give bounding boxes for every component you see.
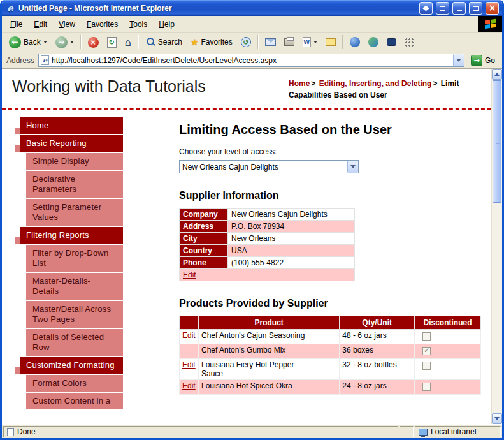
sidebar-item-basic-reporting[interactable]: Basic Reporting xyxy=(20,135,123,152)
product-edit-link[interactable]: Edit xyxy=(182,381,196,390)
chevron-down-icon xyxy=(350,165,356,168)
select-arrow-button[interactable] xyxy=(347,161,358,173)
minimize-button[interactable] xyxy=(452,2,466,15)
close-button[interactable]: × xyxy=(486,2,499,15)
favorites-icon: ★ xyxy=(191,37,199,47)
supplier-value: New Orleans Cajun Delights xyxy=(228,209,355,221)
grid-button[interactable] xyxy=(401,36,417,48)
stop-button[interactable]: × xyxy=(84,35,103,50)
mail-button[interactable] xyxy=(261,36,280,48)
product-qty: 24 - 8 oz jars xyxy=(342,381,386,390)
sidebar-item-custom-content[interactable]: Custom Content in a xyxy=(26,393,123,409)
breadcrumb-separator: > xyxy=(431,79,438,88)
menu-favorites[interactable]: Favorites xyxy=(81,18,124,31)
maximize-icon xyxy=(473,6,479,11)
sidebar-item-filter-by-drop-down-list[interactable]: Filter by Drop-Down List xyxy=(26,245,123,272)
edit-column-header xyxy=(180,316,199,330)
discontinued-column-header: Discontinued xyxy=(415,316,481,330)
product-qty: 32 - 8 oz bottles xyxy=(342,360,396,369)
globe-button[interactable] xyxy=(346,35,364,49)
forward-button[interactable]: → xyxy=(52,34,78,50)
products-heading: Products Provided by Supplier xyxy=(179,298,491,309)
sidebar-item-master-details-details[interactable]: Master-Details-Details xyxy=(26,273,123,300)
chevron-down-icon xyxy=(494,417,500,420)
product-name: Chef Anton's Gumbo Mix xyxy=(201,346,285,355)
back-dropdown-icon xyxy=(43,41,47,43)
maximize-button[interactable] xyxy=(469,2,482,15)
supplier-label: Country xyxy=(180,245,228,257)
menu-edit[interactable]: Edit xyxy=(28,18,53,31)
history-button[interactable]: ↺ xyxy=(237,35,255,49)
zone-text: Local intranet xyxy=(431,427,477,436)
table-row: Edit Chef Anton's Cajun Seasoning 48 - 6… xyxy=(180,330,481,344)
toolbar-separator xyxy=(257,35,259,49)
vertical-scrollbar[interactable] xyxy=(491,69,502,424)
sidebar-item-home[interactable]: Home xyxy=(20,117,123,134)
messenger-button[interactable] xyxy=(364,35,382,49)
page-body: Home Basic Reporting Simple Display Decl… xyxy=(2,110,491,411)
sidebar-item-format-colors[interactable]: Format Colors xyxy=(26,375,123,392)
supplier-value: (100) 555-4822 xyxy=(228,257,355,269)
supplier-edit-link[interactable]: Edit xyxy=(183,270,196,279)
go-button[interactable]: → Go xyxy=(468,55,498,66)
menu-tools[interactable]: Tools xyxy=(124,18,153,31)
address-dropdown-button[interactable] xyxy=(453,54,464,66)
research-button[interactable] xyxy=(383,36,400,48)
favorites-label: Favorites xyxy=(201,38,232,47)
access-level-label: Choose your level of access: xyxy=(179,147,491,156)
address-input[interactable] xyxy=(52,55,450,66)
scroll-up-button[interactable] xyxy=(492,69,502,80)
scroll-down-button[interactable] xyxy=(492,413,502,424)
supplier-heading: Supplier Information xyxy=(179,190,491,202)
product-edit-link[interactable]: Edit xyxy=(182,360,196,369)
product-edit-link[interactable]: Edit xyxy=(182,331,196,340)
menu-items: File Edit View Favorites Tools Help xyxy=(2,16,478,32)
close-icon: × xyxy=(489,3,496,12)
discuss-button[interactable] xyxy=(322,36,340,48)
nav-arrows-button[interactable] xyxy=(419,2,433,15)
print-button[interactable] xyxy=(280,36,298,48)
supplier-label: Address xyxy=(180,221,228,233)
breadcrumb-section-link[interactable]: Editing, Inserting, and Deleting xyxy=(319,79,432,88)
back-button[interactable]: ← Back xyxy=(5,34,51,50)
supplier-label: Phone xyxy=(180,257,228,269)
toolbar: ← Back → × ↻ ⌂ Search ★ Favorites ↺ xyxy=(2,33,502,52)
menu-help[interactable]: Help xyxy=(153,18,180,31)
toolbar-separator xyxy=(80,35,82,49)
refresh-icon: ↻ xyxy=(107,37,117,48)
toolbar-separator xyxy=(138,35,139,49)
sidebar-item-customized-formatting[interactable]: Customized Formatting xyxy=(20,357,123,374)
access-level-select[interactable]: New Orleans Cajun Delights xyxy=(179,160,359,173)
access-level-value: New Orleans Cajun Delights xyxy=(180,163,347,172)
menu-bar: File Edit View Favorites Tools Help xyxy=(2,16,502,33)
search-button[interactable]: Search xyxy=(141,35,186,49)
menu-file[interactable]: File xyxy=(4,18,28,31)
sidebar-item-declarative-parameters[interactable]: Declarative Parameters xyxy=(26,171,123,198)
product-name: Chef Anton's Cajun Seasoning xyxy=(201,331,305,340)
address-box: e xyxy=(38,54,464,67)
table-header-row: Product Qty/Unit Discontinued xyxy=(180,316,481,330)
supplier-value: USA xyxy=(228,245,355,257)
sidebar-item-master-detail-across-two-pages[interactable]: Master/Detail Across Two Pages xyxy=(26,301,123,328)
sidebar-item-setting-parameter-values[interactable]: Setting Parameter Values xyxy=(26,199,123,226)
title-bar: e Untitled Page - Microsoft Internet Exp… xyxy=(2,0,502,16)
menu-view[interactable]: View xyxy=(53,18,81,31)
breadcrumb-home-link[interactable]: Home xyxy=(289,79,310,88)
breadcrumb-separator: > xyxy=(310,79,317,88)
product-name: Louisiana Fiery Hot Pepper Sauce xyxy=(201,360,316,378)
product-qty: 36 boxes xyxy=(342,346,373,355)
edit-in-word-button[interactable]: W xyxy=(299,35,321,49)
favorites-button[interactable]: ★ Favorites xyxy=(187,35,236,49)
sidebar-item-filtering-reports[interactable]: Filtering Reports xyxy=(20,227,123,244)
home-button[interactable]: ⌂ xyxy=(121,34,135,50)
ie-logo-icon: e xyxy=(5,3,15,13)
sidebar-item-simple-display[interactable]: Simple Display xyxy=(26,153,123,170)
sidebar-item-details-of-selected-row[interactable]: Details of Selected Row xyxy=(26,329,123,356)
forward-dropdown-icon xyxy=(70,41,74,43)
edit-word-dropdown-icon xyxy=(313,41,317,43)
scrollbar-track[interactable] xyxy=(492,203,502,413)
refresh-button[interactable]: ↻ xyxy=(103,35,120,50)
scrollbar-thumb[interactable] xyxy=(493,80,501,203)
window-mode-button[interactable] xyxy=(436,2,449,15)
sidebar-nav: Home Basic Reporting Simple Display Decl… xyxy=(15,117,136,411)
